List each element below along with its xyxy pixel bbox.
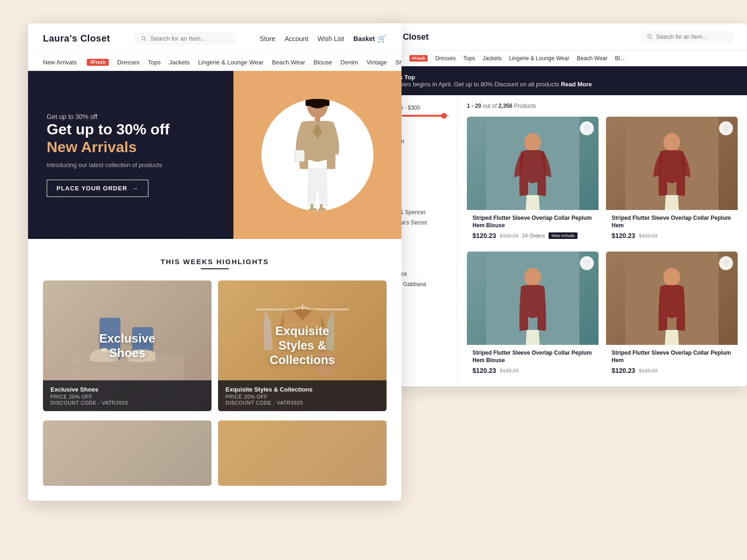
product-price-1: $120.23	[472, 232, 496, 239]
place-order-button[interactable]: PLACE YOUR ORDER →	[47, 180, 148, 197]
search-input[interactable]	[151, 35, 229, 42]
nav-beach[interactable]: Beach Wear	[272, 59, 305, 66]
sec-nav-jackets[interactable]: Jackets	[483, 55, 502, 62]
svg-point-0	[142, 36, 145, 40]
hero-description: Introducing our latest collection of pro…	[47, 161, 215, 168]
svg-line-19	[651, 38, 652, 39]
wishlist-link[interactable]: Wish List	[317, 35, 344, 42]
svg-point-23	[663, 133, 680, 152]
store-link[interactable]: Store	[260, 35, 275, 42]
nav-shoes[interactable]: Shoes	[395, 59, 402, 66]
highlight-card-styles[interactable]: Exquisite Styles & Collections Exquisite…	[218, 280, 387, 411]
product-card-4[interactable]: ♡ Striped Flutter Sleeve Overlap Collar …	[606, 252, 738, 379]
hero-section: Get up to 30% off Get up to 30% off Get …	[28, 71, 402, 239]
product-price-row-2: $120.23 $120.23	[612, 232, 732, 239]
sec-nav-dresses[interactable]: Dresses	[435, 55, 456, 62]
bottom-card-2[interactable]	[218, 420, 387, 486]
nav-jackets[interactable]: Jackets	[169, 59, 190, 66]
fresh-badge: #Fresh	[87, 59, 109, 66]
product-old-price-3: $120.23	[500, 368, 519, 373]
sec-search-bar[interactable]	[641, 31, 734, 43]
hero-title-line1: Get up to 30% off	[47, 120, 215, 138]
svg-line-1	[145, 39, 146, 41]
product-name-1: Striped Flutter Sleeve Overlap Collar Pe…	[472, 215, 593, 229]
price-range-fill	[402, 115, 446, 117]
nav-new-arrivals[interactable]: New Arrivals	[43, 59, 77, 66]
sec-nav-bl[interactable]: Bl...	[615, 55, 625, 62]
basket-button[interactable]: Basket 🛒	[353, 34, 387, 43]
product-model-svg-3	[486, 252, 579, 345]
nav-lingerie[interactable]: Lingerie & Lounge Wear	[198, 59, 263, 66]
bottom-highlights	[28, 420, 402, 501]
svg-rect-9	[320, 204, 323, 211]
product-model-svg-2	[625, 117, 719, 210]
product-image-3: ♡	[467, 252, 599, 345]
highlights-title: THIS WEEKS HIGHLIGHTS	[43, 258, 387, 266]
hero-right	[233, 71, 402, 239]
product-name-2: Striped Flutter Sleeve Overlap Collar Pe…	[612, 215, 732, 229]
product-price-row-4: $120.23 $120.23	[612, 367, 732, 374]
new-arrivals-badge-1: New Arrivals	[549, 232, 578, 239]
product-info-1: Striped Flutter Sleeve Overlap Collar Pe…	[467, 210, 599, 244]
highlights-underline	[201, 268, 229, 269]
main-window: Laura's Closet Store Account Wish List B…	[28, 23, 402, 501]
svg-rect-7	[310, 204, 313, 211]
product-model-svg-1	[486, 117, 579, 210]
sec-nav-tops[interactable]: Tops	[463, 55, 475, 62]
range-thumb-right[interactable]	[441, 113, 447, 119]
svg-point-27	[663, 268, 680, 287]
nav-tops[interactable]: Tops	[148, 59, 161, 66]
products-grid: ♡ Striped Flutter Sleeve Overlap Collar …	[467, 117, 738, 379]
main-header: Laura's Closet Store Account Wish List B…	[28, 23, 402, 54]
styles-overlay-title: Exquisite Styles & Collections	[260, 324, 345, 368]
basket-icon: 🛒	[377, 34, 387, 43]
product-image-2: ♡	[606, 117, 738, 210]
nav-denim[interactable]: Denim	[340, 59, 358, 66]
product-info-4: Striped Flutter Sleeve Overlap Collar Pe…	[606, 345, 738, 379]
bottom-card-1[interactable]	[43, 420, 211, 486]
search-icon	[141, 35, 147, 42]
banner-desc: Sales begins in April. Get up to 80% Dis…	[396, 81, 559, 88]
product-info-2: Striped Flutter Sleeve Overlap Collar Pe…	[606, 210, 738, 244]
styles-discount-code: DISCOUNT CODE - VATR3920	[226, 400, 379, 406]
product-image-4: ♡	[606, 252, 738, 345]
header-nav: Store Account Wish List Basket 🛒	[260, 34, 387, 43]
shoes-price-label: PRICE 20% OFF	[50, 394, 204, 399]
product-old-price-2: $120.23	[639, 233, 658, 238]
shoes-footer-title: Exclusive Shoes	[50, 386, 204, 393]
highlights-section: THIS WEEKS HIGHLIGHTS	[28, 239, 402, 420]
place-order-arrow: →	[132, 185, 139, 192]
shoes-overlay-title: Exclusive Shoes	[85, 331, 169, 360]
nav-dresses[interactable]: Dresses	[117, 59, 140, 66]
svg-point-18	[648, 35, 651, 38]
nav-vintage[interactable]: Vintage	[366, 59, 387, 66]
wishlist-btn-1[interactable]: ♡	[580, 121, 594, 135]
main-search-bar[interactable]	[134, 32, 236, 45]
product-old-price-4: $120.23	[639, 368, 658, 373]
sec-nav-lingerie[interactable]: Lingerie & Lounge Wear	[509, 55, 569, 62]
product-card-1[interactable]: ♡ Striped Flutter Sleeve Overlap Collar …	[467, 117, 599, 244]
svg-rect-11	[71, 364, 165, 366]
sec-nav-beach[interactable]: Beach Wear	[577, 55, 607, 62]
category-nav: New Arrivals #Fresh Dresses Tops Jackets…	[28, 54, 402, 71]
read-more-link[interactable]: Read More	[561, 81, 592, 88]
wishlist-btn-4[interactable]: ♡	[719, 256, 733, 270]
model-illustration	[280, 99, 355, 211]
account-link[interactable]: Account	[285, 35, 309, 42]
wishlist-btn-2[interactable]: ♡	[719, 121, 733, 135]
products-section: 1 - 20 out of 2,356 Products	[458, 95, 747, 386]
sec-header: s Closet	[383, 23, 747, 51]
product-card-3[interactable]: ♡ Striped Flutter Sleeve Overlap Collar …	[467, 252, 599, 379]
shoes-card-footer: Exclusive Shoes PRICE 20% OFF DISCOUNT C…	[43, 380, 211, 411]
place-order-label: PLACE YOUR ORDER	[56, 185, 127, 192]
hero-model-circle	[261, 99, 374, 211]
highlight-card-shoes[interactable]: Exclusive Shoes Exclusive Shoes PRICE 20…	[43, 280, 211, 411]
product-card-2[interactable]: ♡ Striped Flutter Sleeve Overlap Collar …	[606, 117, 738, 244]
sec-search-input[interactable]	[656, 34, 727, 40]
product-price-row-1: $120.23 $120.23 24 Orders New Arrivals	[472, 232, 593, 239]
main-logo: Laura's Closet	[43, 33, 110, 44]
product-orders-1: 24 Orders	[522, 233, 545, 238]
product-info-3: Striped Flutter Sleeve Overlap Collar Pe…	[467, 345, 599, 379]
wishlist-btn-3[interactable]: ♡	[580, 256, 594, 270]
nav-blouse[interactable]: Blouse	[314, 59, 332, 66]
